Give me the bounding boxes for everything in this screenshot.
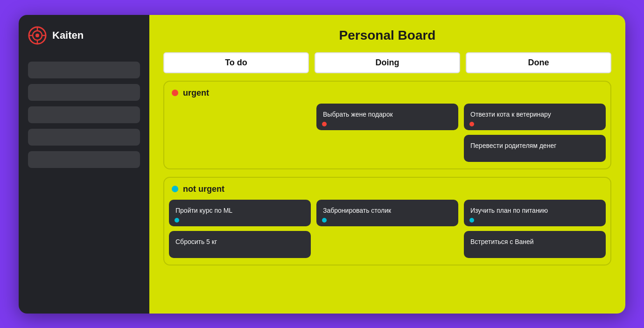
card-vybrat-indicator bbox=[322, 122, 327, 126]
not-urgent-doing-col: Забронировать столик bbox=[316, 200, 458, 258]
urgent-doing-col: Выбрать жене подарок bbox=[316, 104, 458, 162]
card-zabronirovat-title: Забронировать столик bbox=[323, 207, 391, 214]
card-otvezti[interactable]: Отвезти кота к ветеринару bbox=[464, 104, 606, 131]
urgent-label: urgent bbox=[183, 88, 209, 98]
urgent-todo-col bbox=[169, 104, 311, 162]
swimlane-urgent-header: urgent bbox=[169, 88, 606, 98]
not-urgent-done-col: Изучить план по питанию Встретиться с Ва… bbox=[464, 200, 606, 258]
card-izuchit[interactable]: Изучить план по питанию bbox=[464, 200, 606, 227]
swimlane-not-urgent-header: not urgent bbox=[169, 184, 606, 194]
columns-header: To do Doing Done bbox=[163, 52, 611, 73]
swimlane-not-urgent: not urgent Пройти курс по ML Сбросить 5 … bbox=[163, 177, 611, 265]
card-vstretitsya-title: Встретиться с Ваней bbox=[470, 238, 534, 245]
card-otvezti-indicator bbox=[469, 122, 474, 126]
card-perevesti-title: Перевести родителям денег bbox=[470, 142, 556, 149]
board-title: Personal Board bbox=[163, 28, 611, 43]
sidebar: Kaiten bbox=[19, 15, 149, 314]
col-header-done: Done bbox=[466, 52, 611, 73]
card-vstretitsya[interactable]: Встретиться с Ваней bbox=[464, 231, 606, 258]
urgent-done-col: Отвезти кота к ветеринару Перевести роди… bbox=[464, 104, 606, 162]
kaiten-logo-icon bbox=[28, 26, 47, 45]
sidebar-nav bbox=[28, 62, 140, 168]
col-header-todo: To do bbox=[163, 52, 309, 73]
urgent-dot bbox=[172, 90, 178, 96]
card-ml[interactable]: Пройти курс по ML bbox=[169, 200, 311, 227]
card-zabronirovat-indicator bbox=[322, 218, 327, 223]
svg-point-2 bbox=[35, 34, 39, 37]
sidebar-item-3[interactable] bbox=[28, 106, 140, 123]
sidebar-item-1[interactable] bbox=[28, 62, 140, 78]
not-urgent-lane-columns: Пройти курс по ML Сбросить 5 кг Забронир… bbox=[169, 200, 606, 258]
not-urgent-todo-col: Пройти курс по ML Сбросить 5 кг bbox=[169, 200, 311, 258]
card-sbrosit[interactable]: Сбросить 5 кг bbox=[169, 231, 311, 258]
card-vybrat-title: Выбрать жене подарок bbox=[323, 111, 393, 118]
swimlane-urgent: urgent Выбрать жене подарок Отвезти кота… bbox=[163, 81, 611, 169]
card-izuchit-title: Изучить план по питанию bbox=[470, 207, 548, 214]
card-otvezti-title: Отвезти кота к ветеринару bbox=[470, 111, 551, 118]
card-zabronirovat[interactable]: Забронировать столик bbox=[316, 200, 458, 227]
sidebar-item-5[interactable] bbox=[28, 151, 140, 168]
sidebar-item-4[interactable] bbox=[28, 129, 140, 146]
card-ml-indicator bbox=[175, 218, 179, 223]
card-perevesti[interactable]: Перевести родителям денег bbox=[464, 135, 606, 162]
card-ml-title: Пройти курс по ML bbox=[175, 207, 232, 214]
not-urgent-label: not urgent bbox=[183, 184, 224, 194]
sidebar-logo: Kaiten bbox=[28, 26, 140, 45]
card-vybrat[interactable]: Выбрать жене подарок bbox=[316, 104, 458, 131]
urgent-lane-columns: Выбрать жене подарок Отвезти кота к вете… bbox=[169, 104, 606, 162]
sidebar-item-2[interactable] bbox=[28, 84, 140, 101]
logo-text: Kaiten bbox=[52, 29, 84, 42]
card-izuchit-indicator bbox=[469, 218, 474, 223]
col-header-doing: Doing bbox=[315, 52, 460, 73]
main-board: Personal Board To do Doing Done urgent В… bbox=[149, 15, 625, 314]
not-urgent-dot bbox=[172, 186, 178, 192]
card-sbrosit-title: Сбросить 5 кг bbox=[175, 238, 217, 245]
app-container: Kaiten Personal Board To do Doing Done u… bbox=[19, 15, 625, 314]
